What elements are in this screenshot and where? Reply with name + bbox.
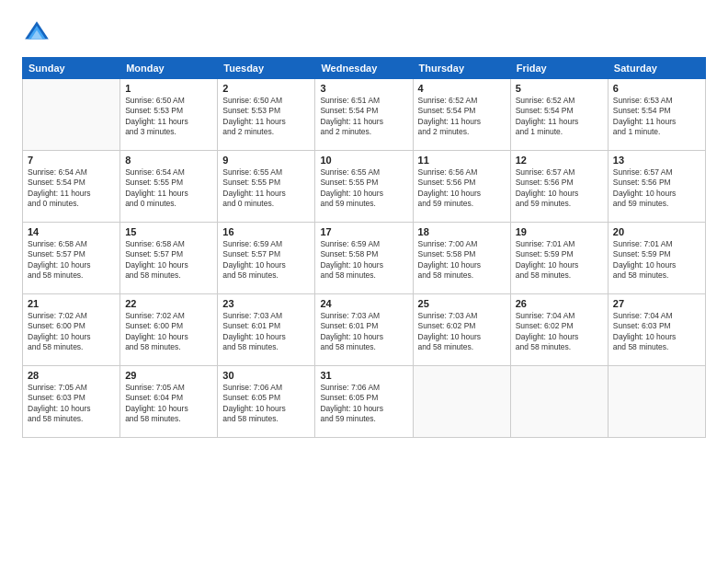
day-info: Sunrise: 6:58 AM Sunset: 5:57 PM Dayligh… — [125, 239, 212, 282]
day-info: Sunrise: 6:57 AM Sunset: 5:56 PM Dayligh… — [516, 167, 603, 210]
day-info: Sunrise: 7:04 AM Sunset: 6:02 PM Dayligh… — [516, 311, 603, 353]
day-number: 26 — [516, 298, 603, 309]
day-info: Sunrise: 6:54 AM Sunset: 5:55 PM Dayligh… — [125, 167, 212, 210]
day-info: Sunrise: 6:50 AM Sunset: 5:53 PM Dayligh… — [222, 96, 310, 138]
page: SundayMondayTuesdayWednesdayThursdayFrid… — [0, 0, 728, 563]
calendar-cell: 17Sunrise: 6:59 AM Sunset: 5:58 PM Dayli… — [315, 223, 413, 294]
calendar-cell: 28Sunrise: 7:05 AM Sunset: 6:03 PM Dayli… — [23, 366, 120, 438]
calendar-cell — [510, 366, 608, 438]
calendar-cell — [608, 366, 705, 438]
weekday-header: Sunday — [23, 58, 120, 79]
day-info: Sunrise: 7:03 AM Sunset: 6:01 PM Dayligh… — [320, 311, 407, 353]
day-info: Sunrise: 6:56 AM Sunset: 5:56 PM Dayligh… — [418, 167, 506, 210]
day-info: Sunrise: 6:58 AM Sunset: 5:57 PM Dayligh… — [28, 239, 115, 282]
day-number: 11 — [418, 155, 506, 166]
calendar-cell — [413, 366, 510, 438]
day-number: 4 — [418, 83, 506, 94]
day-number: 24 — [320, 298, 407, 309]
day-info: Sunrise: 7:02 AM Sunset: 6:00 PM Dayligh… — [125, 311, 212, 353]
calendar-cell: 30Sunrise: 7:06 AM Sunset: 6:05 PM Dayli… — [218, 366, 315, 438]
day-number: 8 — [125, 155, 212, 166]
calendar-cell: 19Sunrise: 7:01 AM Sunset: 5:59 PM Dayli… — [510, 223, 608, 294]
header — [22, 18, 706, 48]
weekday-header: Saturday — [608, 58, 705, 79]
calendar-cell: 9Sunrise: 6:55 AM Sunset: 5:55 PM Daylig… — [218, 151, 315, 223]
logo — [22, 18, 57, 48]
day-number: 17 — [320, 226, 407, 237]
calendar-cell: 13Sunrise: 6:57 AM Sunset: 5:56 PM Dayli… — [608, 151, 705, 223]
day-info: Sunrise: 7:01 AM Sunset: 5:59 PM Dayligh… — [516, 239, 603, 282]
calendar-cell: 14Sunrise: 6:58 AM Sunset: 5:57 PM Dayli… — [23, 223, 120, 294]
day-info: Sunrise: 6:52 AM Sunset: 5:54 PM Dayligh… — [516, 96, 603, 138]
calendar-cell: 16Sunrise: 6:59 AM Sunset: 5:57 PM Dayli… — [218, 223, 315, 294]
day-info: Sunrise: 6:52 AM Sunset: 5:54 PM Dayligh… — [418, 96, 506, 138]
calendar-header-row: SundayMondayTuesdayWednesdayThursdayFrid… — [23, 58, 706, 79]
day-number: 5 — [516, 83, 603, 94]
day-info: Sunrise: 6:51 AM Sunset: 5:54 PM Dayligh… — [320, 96, 407, 138]
calendar-cell: 21Sunrise: 7:02 AM Sunset: 6:00 PM Dayli… — [23, 294, 120, 366]
calendar-cell — [23, 79, 120, 151]
calendar-cell: 6Sunrise: 6:53 AM Sunset: 5:54 PM Daylig… — [608, 79, 705, 151]
day-info: Sunrise: 7:03 AM Sunset: 6:02 PM Dayligh… — [418, 311, 506, 353]
day-number: 31 — [320, 370, 407, 381]
day-number: 9 — [222, 155, 310, 166]
day-info: Sunrise: 6:57 AM Sunset: 5:56 PM Dayligh… — [613, 167, 700, 210]
calendar-week-row: 1Sunrise: 6:50 AM Sunset: 5:53 PM Daylig… — [23, 79, 706, 151]
day-number: 25 — [418, 298, 506, 309]
day-info: Sunrise: 6:50 AM Sunset: 5:53 PM Dayligh… — [125, 96, 212, 138]
day-info: Sunrise: 7:06 AM Sunset: 6:05 PM Dayligh… — [320, 383, 407, 425]
logo-icon — [22, 18, 51, 48]
day-number: 27 — [613, 298, 700, 309]
day-number: 14 — [28, 226, 115, 237]
day-number: 16 — [222, 226, 310, 237]
day-info: Sunrise: 7:05 AM Sunset: 6:04 PM Dayligh… — [125, 383, 212, 425]
calendar-cell: 31Sunrise: 7:06 AM Sunset: 6:05 PM Dayli… — [315, 366, 413, 438]
calendar-cell: 27Sunrise: 7:04 AM Sunset: 6:03 PM Dayli… — [608, 294, 705, 366]
calendar-cell: 7Sunrise: 6:54 AM Sunset: 5:54 PM Daylig… — [23, 151, 120, 223]
calendar-table: SundayMondayTuesdayWednesdayThursdayFrid… — [22, 57, 706, 438]
day-info: Sunrise: 6:55 AM Sunset: 5:55 PM Dayligh… — [222, 167, 310, 210]
day-info: Sunrise: 6:55 AM Sunset: 5:55 PM Dayligh… — [320, 167, 407, 210]
day-info: Sunrise: 7:05 AM Sunset: 6:03 PM Dayligh… — [28, 383, 115, 425]
weekday-header: Thursday — [413, 58, 510, 79]
calendar-cell: 25Sunrise: 7:03 AM Sunset: 6:02 PM Dayli… — [413, 294, 510, 366]
day-number: 3 — [320, 83, 407, 94]
calendar-cell: 20Sunrise: 7:01 AM Sunset: 5:59 PM Dayli… — [608, 223, 705, 294]
day-number: 6 — [613, 83, 700, 94]
calendar-week-row: 14Sunrise: 6:58 AM Sunset: 5:57 PM Dayli… — [23, 223, 706, 294]
day-number: 28 — [28, 370, 115, 381]
day-number: 2 — [222, 83, 310, 94]
day-number: 7 — [28, 155, 115, 166]
weekday-header: Friday — [510, 58, 608, 79]
day-info: Sunrise: 6:59 AM Sunset: 5:58 PM Dayligh… — [320, 239, 407, 282]
calendar-cell: 23Sunrise: 7:03 AM Sunset: 6:01 PM Dayli… — [218, 294, 315, 366]
day-info: Sunrise: 7:01 AM Sunset: 5:59 PM Dayligh… — [613, 239, 700, 282]
day-info: Sunrise: 7:03 AM Sunset: 6:01 PM Dayligh… — [222, 311, 310, 353]
day-number: 18 — [418, 226, 506, 237]
calendar-cell: 24Sunrise: 7:03 AM Sunset: 6:01 PM Dayli… — [315, 294, 413, 366]
weekday-header: Wednesday — [315, 58, 413, 79]
calendar-cell: 2Sunrise: 6:50 AM Sunset: 5:53 PM Daylig… — [218, 79, 315, 151]
day-number: 21 — [28, 298, 115, 309]
day-number: 10 — [320, 155, 407, 166]
calendar-cell: 1Sunrise: 6:50 AM Sunset: 5:53 PM Daylig… — [120, 79, 218, 151]
calendar-cell: 11Sunrise: 6:56 AM Sunset: 5:56 PM Dayli… — [413, 151, 510, 223]
calendar-cell: 5Sunrise: 6:52 AM Sunset: 5:54 PM Daylig… — [510, 79, 608, 151]
day-info: Sunrise: 6:54 AM Sunset: 5:54 PM Dayligh… — [28, 167, 115, 210]
day-number: 1 — [125, 83, 212, 94]
calendar-cell: 3Sunrise: 6:51 AM Sunset: 5:54 PM Daylig… — [315, 79, 413, 151]
calendar-week-row: 21Sunrise: 7:02 AM Sunset: 6:00 PM Dayli… — [23, 294, 706, 366]
calendar-cell: 26Sunrise: 7:04 AM Sunset: 6:02 PM Dayli… — [510, 294, 608, 366]
day-number: 19 — [516, 226, 603, 237]
day-number: 22 — [125, 298, 212, 309]
day-number: 13 — [613, 155, 700, 166]
calendar-cell: 18Sunrise: 7:00 AM Sunset: 5:58 PM Dayli… — [413, 223, 510, 294]
day-info: Sunrise: 6:59 AM Sunset: 5:57 PM Dayligh… — [222, 239, 310, 282]
day-number: 20 — [613, 226, 700, 237]
calendar-cell: 29Sunrise: 7:05 AM Sunset: 6:04 PM Dayli… — [120, 366, 218, 438]
day-info: Sunrise: 7:04 AM Sunset: 6:03 PM Dayligh… — [613, 311, 700, 353]
day-info: Sunrise: 6:53 AM Sunset: 5:54 PM Dayligh… — [613, 96, 700, 138]
calendar-cell: 12Sunrise: 6:57 AM Sunset: 5:56 PM Dayli… — [510, 151, 608, 223]
day-number: 23 — [222, 298, 310, 309]
calendar-week-row: 7Sunrise: 6:54 AM Sunset: 5:54 PM Daylig… — [23, 151, 706, 223]
